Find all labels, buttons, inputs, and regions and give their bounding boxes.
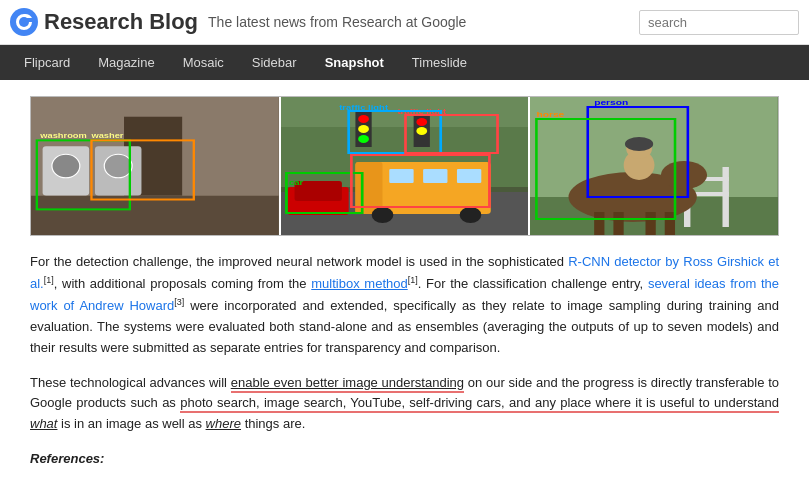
references-heading: References:: [30, 449, 779, 470]
svg-rect-52: [665, 212, 675, 235]
site-subtitle: The latest news from Research at Google: [208, 14, 466, 30]
svg-point-26: [358, 115, 369, 123]
svg-text:car: car: [289, 178, 304, 186]
svg-point-55: [625, 137, 653, 151]
search-input[interactable]: [639, 10, 799, 35]
svg-point-23: [371, 207, 393, 223]
svg-text:person: person: [595, 98, 630, 107]
svg-rect-20: [389, 169, 413, 183]
svg-rect-44: [723, 167, 729, 227]
gallery-image-schoolbus: traffic light traffic light car: [281, 97, 531, 235]
gallery-image-horse: person horse: [530, 97, 778, 235]
italic-what: what: [30, 416, 57, 431]
text-content: For the detection challenge, the improve…: [30, 252, 779, 470]
nav-sidebar[interactable]: Sidebar: [238, 45, 311, 80]
svg-text:washroom: washroom: [39, 131, 87, 140]
site-title: Research Blog: [44, 9, 198, 35]
underline-phrase-2: photo search, image search, YouTube, sel…: [180, 395, 779, 413]
ref-1: [1]: [44, 275, 54, 285]
svg-point-24: [459, 207, 481, 223]
svg-rect-49: [595, 212, 605, 235]
paragraph-2: These technological advances will enable…: [30, 373, 779, 435]
nav-snapshot[interactable]: Snapshot: [311, 45, 398, 80]
main-nav: Flipcard Magazine Mosaic Sidebar Snapsho…: [0, 45, 809, 80]
svg-point-28: [358, 135, 369, 143]
underline-phrase-1: enable even better image understanding: [231, 375, 464, 393]
ref-3: [3]: [174, 297, 184, 307]
svg-point-1: [19, 17, 29, 27]
nav-flipcard[interactable]: Flipcard: [10, 45, 84, 80]
ref-2: [1]: [408, 275, 418, 285]
svg-point-27: [358, 125, 369, 133]
nav-magazine[interactable]: Magazine: [84, 45, 168, 80]
svg-rect-51: [646, 212, 656, 235]
svg-rect-21: [423, 169, 447, 183]
references-label: References:: [30, 451, 104, 466]
svg-text:washer: washer: [90, 131, 124, 140]
italic-where: where: [206, 416, 241, 431]
svg-rect-50: [614, 212, 624, 235]
nav-timeslide[interactable]: Timeslide: [398, 45, 481, 80]
svg-point-8: [52, 154, 80, 178]
image-gallery: washroom washer: [30, 96, 779, 236]
multibox-link[interactable]: multibox method: [311, 276, 407, 291]
page-content: washroom washer: [0, 80, 809, 500]
svg-text:horse: horse: [537, 110, 565, 119]
svg-rect-22: [457, 169, 481, 183]
svg-point-31: [416, 127, 427, 135]
google-logo-icon: [10, 8, 38, 36]
svg-point-9: [104, 154, 132, 178]
gallery-image-laundromat: washroom washer: [31, 97, 281, 235]
svg-point-30: [416, 118, 427, 126]
nav-mosaic[interactable]: Mosaic: [169, 45, 238, 80]
page-header: Research Blog The latest news from Resea…: [0, 0, 809, 45]
logo-area: Research Blog The latest news from Resea…: [10, 8, 639, 36]
paragraph-1: For the detection challenge, the improve…: [30, 252, 779, 359]
svg-rect-3: [31, 196, 279, 235]
svg-point-48: [661, 161, 707, 189]
